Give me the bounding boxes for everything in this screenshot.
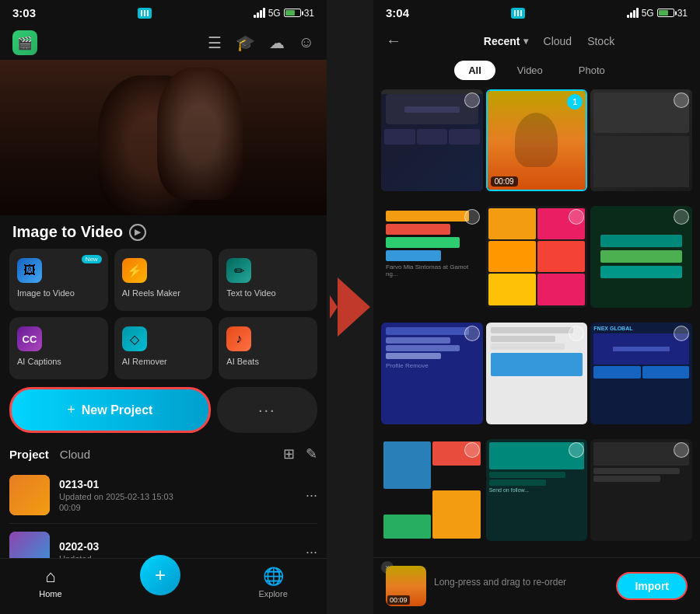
select-badge-7 (464, 326, 480, 341)
signal-bar-3 (260, 10, 262, 18)
app-logo[interactable]: 🎬 (12, 30, 37, 55)
feature-text-to-video-label: Text to Video (226, 288, 275, 298)
create-plus-icon: + (155, 564, 166, 586)
left-top-nav: 🎬 ☰ 🎓 ☁ ☺ (0, 26, 327, 60)
media-item-2[interactable]: 00:09 1 (486, 89, 588, 191)
tab-stock[interactable]: Stock (587, 35, 614, 47)
select-badge-6 (674, 209, 689, 225)
media-item-4[interactable]: Farvo Mia Sintomas at Gamot ng... (381, 206, 483, 308)
select-badge-3 (674, 92, 689, 108)
network-type: 5G (268, 8, 281, 19)
home-label: Home (39, 589, 61, 598)
media-item-11[interactable]: Send on follow... (486, 439, 588, 541)
media-item-7[interactable]: Profile Remove (381, 323, 483, 424)
video-duration-badge: 00:09 (491, 176, 518, 187)
ai-captions-icon: CC (17, 326, 42, 351)
project-actions: ⊞ ✎ (283, 445, 317, 462)
left-status-bar: 3:03 5G 31 (0, 0, 327, 26)
hero-banner (0, 60, 327, 215)
feature-ai-reels-label: AI Reels Maker (122, 288, 180, 298)
project-header: Project Cloud ⊞ ✎ (9, 441, 317, 467)
import-button[interactable]: Import (616, 572, 688, 600)
tab-cloud[interactable]: Cloud (60, 448, 90, 461)
project-more-icon-2[interactable]: ··· (306, 544, 317, 559)
top-nav-icons: ☰ 🎓 ☁ ☺ (208, 33, 314, 52)
face-icon[interactable]: ☺ (299, 33, 314, 52)
project-thumb-0213-01 (9, 475, 50, 515)
arrow-icon (338, 277, 370, 337)
action-buttons: + New Project ··· (9, 387, 317, 433)
right-signal-bars-icon (627, 8, 639, 18)
r-signal-bar-4 (636, 8, 639, 18)
feature-ai-captions[interactable]: CC AI Captions (9, 317, 108, 379)
media-item-8[interactable] (486, 323, 588, 424)
right-battery-percent: 31 (677, 8, 688, 19)
new-project-label: New Project (82, 403, 153, 417)
left-panel: 3:03 5G 31 🎬 ☰ 🎓 ☁ ☺ (0, 0, 327, 614)
project-thumb-0202-03 (9, 532, 50, 558)
battery-icon (284, 9, 301, 17)
more-dots-icon: ··· (258, 401, 276, 419)
play-circle-icon[interactable]: ▶ (129, 224, 146, 241)
project-item-0202-03[interactable]: 0202-03 Updated ··· (9, 524, 317, 558)
nav-home[interactable]: ⌂ Home (39, 567, 61, 598)
hero-overlay (0, 60, 327, 215)
dropdown-icon: ▾ (523, 36, 528, 47)
project-duration: 00:09 (59, 503, 296, 512)
right-status-bar: 3:04 5G 31 (373, 0, 700, 26)
media-item-1[interactable] (381, 89, 483, 191)
project-more-icon[interactable]: ··· (306, 487, 317, 504)
feature-image-to-video[interactable]: 🖼 Image to Video New (9, 249, 108, 311)
media-item-3[interactable] (590, 89, 692, 191)
media-item-6[interactable] (590, 206, 692, 308)
tab-recent[interactable]: Recent ▾ (484, 35, 528, 47)
more-options-button[interactable]: ··· (217, 387, 317, 433)
edit-icon[interactable]: ✎ (306, 445, 317, 462)
right-network-type: 5G (642, 8, 654, 19)
r-signal-bar-3 (633, 10, 635, 18)
feature-ai-beats[interactable]: ♪ AI Beats (219, 317, 317, 379)
battery-percent: 31 (304, 8, 314, 19)
project-date: Updated on 2025-02-13 15:03 (59, 492, 296, 501)
project-name-2: 0202-03 (59, 540, 296, 553)
media-item-10[interactable] (381, 439, 483, 541)
tab-cloud[interactable]: Cloud (544, 35, 572, 47)
selected-media-preview: × 00:09 (386, 566, 426, 606)
explore-icon: 🌐 (263, 567, 284, 587)
project-info-0213-01: 0213-01 Updated on 2025-02-13 15:03 00:0… (59, 478, 296, 512)
filter-video[interactable]: Video (503, 61, 557, 80)
feature-image-to-video-label: Image to Video (17, 288, 75, 298)
feature-ai-reels-maker[interactable]: ⚡ AI Reels Maker (114, 249, 213, 311)
arrow-divider (327, 0, 373, 614)
new-project-button[interactable]: + New Project (9, 387, 211, 433)
project-name: 0213-01 (59, 478, 296, 490)
nav-explore[interactable]: 🌐 Explore (258, 567, 287, 598)
feature-grid: 🖼 Image to Video New ⚡ AI Reels Maker ✏ … (9, 249, 317, 379)
list-icon[interactable]: ☰ (208, 33, 222, 52)
tab-project[interactable]: Project (9, 448, 49, 461)
select-badge-4 (464, 209, 480, 225)
signal-bars-icon (254, 8, 265, 18)
signal-bar-4 (263, 8, 265, 18)
media-item-9[interactable]: FNEX GLOBAL (590, 323, 692, 424)
grid-view-icon[interactable]: ⊞ (283, 445, 295, 462)
media-item-12[interactable] (590, 439, 692, 541)
feature-ai-beats-label: AI Beats (226, 356, 259, 367)
right-time: 3:04 (386, 6, 409, 19)
plus-icon: + (67, 402, 75, 418)
project-item-0213-01[interactable]: 0213-01 Updated on 2025-02-13 15:03 00:0… (9, 467, 317, 524)
feature-ai-remover[interactable]: ◇ AI Remover (114, 317, 213, 379)
filter-all[interactable]: All (454, 61, 495, 80)
cloud-icon[interactable]: ☁ (269, 33, 285, 52)
back-button[interactable]: ← (386, 32, 401, 50)
filter-photo[interactable]: Photo (565, 61, 619, 80)
project-info-0202-03: 0202-03 Updated (59, 540, 296, 558)
explore-label: Explore (258, 589, 287, 598)
nav-create-button[interactable]: + (140, 555, 180, 595)
feature-text-to-video[interactable]: ✏ Text to Video (219, 249, 317, 311)
media-item-5[interactable] (486, 206, 588, 308)
select-badge-9 (674, 326, 689, 341)
select-badge-10 (464, 442, 480, 458)
audio-wave-icon (138, 8, 152, 19)
cap-icon[interactable]: 🎓 (236, 33, 255, 52)
